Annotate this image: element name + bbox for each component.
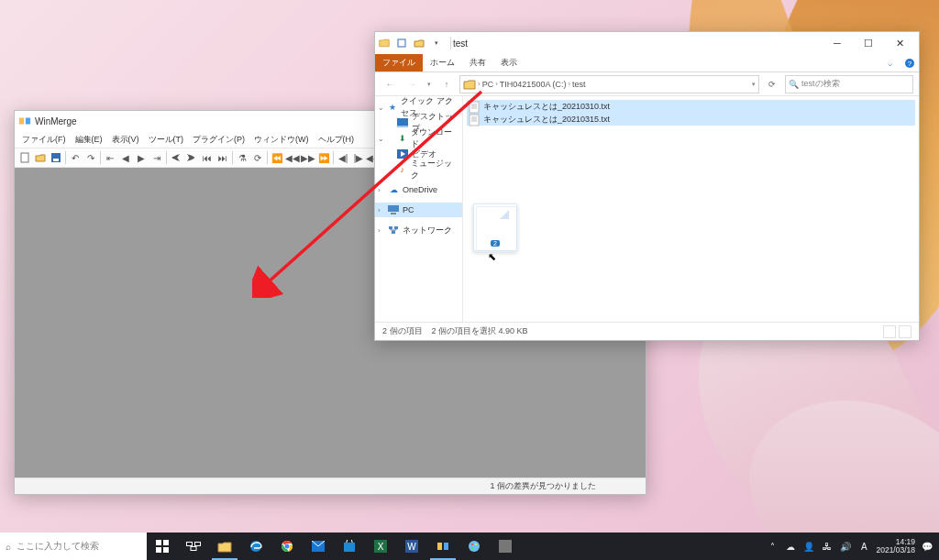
explorer-window[interactable]: ▾ test ─ ☐ ✕ ファイル ホーム 共有 表示 ⌵ ? ← → ▾ ↑ … — [374, 31, 920, 341]
sidebar-item-downloads[interactable]: ⌄ ⬇ ダウンロード — [375, 131, 462, 146]
help-icon[interactable]: ? — [900, 54, 919, 71]
file-row[interactable]: キャッシュレスとは_20210310.txt — [467, 100, 915, 113]
crumb-drive[interactable]: TIH0421500A (C:) — [500, 80, 567, 89]
toolbar-refresh-icon[interactable]: ⟳ — [250, 150, 265, 165]
taskbar-app-paint[interactable] — [458, 533, 490, 560]
toolbar-open-icon[interactable] — [33, 150, 48, 165]
tray-people-icon[interactable]: 👤 — [802, 540, 815, 553]
menu-view[interactable]: 表示(V) — [108, 134, 143, 146]
expand-icon[interactable]: › — [378, 226, 381, 235]
crumb-pc[interactable]: PC — [482, 80, 494, 89]
toolbar-first-icon[interactable]: ⏪ — [270, 150, 284, 165]
crumb-dropdown-icon[interactable]: ▾ — [752, 81, 756, 88]
taskbar-app-winmerge[interactable] — [427, 533, 458, 560]
taskbar-app-explorer[interactable] — [209, 533, 240, 560]
tray-volume-icon[interactable]: 🔊 — [839, 540, 852, 553]
tray-clock[interactable]: 14:19 2021/03/18 — [876, 538, 915, 555]
view-details-button[interactable] — [883, 325, 896, 338]
taskbar-app-mail[interactable] — [303, 533, 334, 560]
crumb-separator-icon[interactable]: › — [495, 80, 498, 88]
taskbar-app-generic[interactable] — [490, 533, 521, 560]
menu-help[interactable]: ヘルプ(H) — [315, 134, 359, 146]
crumb-folder[interactable]: test — [572, 80, 586, 89]
nav-recent-dropdown[interactable]: ▾ — [425, 75, 434, 93]
expand-icon[interactable]: ⌄ — [378, 104, 384, 112]
close-button[interactable]: ✕ — [884, 33, 915, 53]
task-view-button[interactable] — [178, 533, 209, 560]
maximize-button[interactable]: ☐ — [853, 33, 884, 53]
expand-icon[interactable]: › — [378, 206, 381, 214]
qat-new-folder-icon[interactable] — [414, 38, 425, 49]
toolbar-last-icon[interactable]: ⏩ — [316, 150, 331, 165]
explorer-titlebar[interactable]: ▾ test ─ ☐ ✕ — [375, 32, 919, 54]
toolbar-next-icon[interactable]: ▶▶ — [301, 150, 315, 165]
tray-network-icon[interactable]: 🖧 — [821, 540, 834, 553]
taskbar-app-word[interactable]: W — [396, 533, 427, 560]
sidebar-item-music[interactable]: ♪ ミュージック — [375, 162, 462, 177]
menu-file[interactable]: ファイル(F) — [18, 134, 70, 146]
ribbon-tab-view[interactable]: 表示 — [493, 54, 525, 71]
taskbar-app-chrome[interactable] — [271, 533, 303, 560]
crumb-separator-icon[interactable]: › — [478, 80, 481, 88]
toolbar-prev-icon[interactable]: ◀◀ — [285, 150, 300, 165]
toolbar-copy-right-icon[interactable]: ⮞ — [184, 150, 199, 165]
file-row[interactable]: キャッシュレスとは_20210315.txt — [467, 113, 915, 126]
taskbar[interactable]: ⌕ ここに入力して検索 X W ˄ ☁ 👤 🖧 🔊 A 14:19 2021/0… — [0, 533, 939, 560]
view-icons-button[interactable] — [899, 325, 911, 338]
toolbar-save-icon[interactable] — [49, 150, 63, 165]
sidebar-item-network[interactable]: › ネットワーク — [375, 223, 462, 237]
ribbon-toggle-icon[interactable]: ⌵ — [878, 54, 900, 71]
menu-tools[interactable]: ツール(T) — [145, 134, 188, 146]
toolbar-copy-left-all-icon[interactable]: ⏮ — [200, 150, 215, 165]
tray-chevron-icon[interactable]: ˄ — [766, 540, 779, 553]
toolbar-redo-icon[interactable]: ↷ — [83, 150, 98, 165]
toolbar-new-icon[interactable] — [17, 150, 32, 165]
crumb-separator-icon[interactable]: › — [568, 80, 570, 88]
menu-window[interactable]: ウィンドウ(W) — [250, 134, 313, 146]
explorer-address-bar[interactable]: ← → ▾ ↑ › PC › TIH0421500A (C:) › test ▾… — [375, 72, 919, 96]
toolbar-merge-left-icon[interactable]: ◀| — [336, 150, 350, 165]
explorer-file-list[interactable]: キャッシュレスとは_20210310.txt キャッシュレスとは_2021031… — [463, 96, 919, 322]
sidebar-item-pc[interactable]: › PC — [375, 203, 462, 217]
toolbar-diff-next-icon[interactable]: ▶ — [134, 150, 149, 165]
expand-icon[interactable]: ⌄ — [378, 135, 384, 143]
expand-icon[interactable]: › — [378, 186, 381, 194]
system-tray[interactable]: ˄ ☁ 👤 🖧 🔊 A 14:19 2021/03/18 💬 — [760, 533, 939, 560]
explorer-ribbon-tabs[interactable]: ファイル ホーム 共有 表示 ⌵ ? — [375, 54, 919, 72]
toolbar-merge-right-icon[interactable]: |▶ — [351, 150, 366, 165]
qat-dropdown-icon[interactable]: ▾ — [431, 38, 442, 49]
toolbar-filter-icon[interactable]: ⚗ — [235, 150, 249, 165]
taskbar-app-edge[interactable] — [240, 533, 271, 560]
start-button[interactable] — [147, 533, 178, 560]
network-icon — [388, 225, 399, 236]
tray-ime-indicator[interactable]: A — [857, 540, 870, 553]
toolbar-diff-last-icon[interactable]: ⇥ — [149, 150, 164, 165]
toolbar-copy-right-all-icon[interactable]: ⏭ — [215, 150, 230, 165]
explorer-search-box[interactable]: 🔍 testの検索 — [785, 75, 913, 93]
tray-notification-icon[interactable]: 💬 — [921, 540, 933, 553]
ribbon-tab-file[interactable]: ファイル — [375, 54, 423, 71]
toolbar-diff-first-icon[interactable]: ⇤ — [103, 150, 117, 165]
taskbar-app-store[interactable] — [334, 533, 365, 560]
toolbar-copy-left-icon[interactable]: ⮜ — [169, 150, 183, 165]
sidebar-item-onedrive[interactable]: › ☁ OneDrive — [375, 182, 462, 197]
nav-forward-button[interactable]: → — [403, 75, 421, 93]
qat-properties-icon[interactable] — [396, 38, 407, 49]
tray-onedrive-icon[interactable]: ☁ — [784, 540, 797, 553]
svg-rect-4 — [53, 159, 59, 161]
toolbar-undo-icon[interactable]: ↶ — [68, 150, 83, 165]
taskbar-app-excel[interactable]: X — [365, 533, 396, 560]
taskbar-search-box[interactable]: ⌕ ここに入力して検索 — [0, 533, 147, 560]
toolbar-diff-prev-icon[interactable]: ◀ — [118, 150, 133, 165]
svg-rect-37 — [344, 543, 355, 552]
explorer-sidebar[interactable]: ⌄ ★ クイック アクセス デスクトップ ⌄ ⬇ ダウンロード ビデオ ♪ ミュ… — [375, 96, 463, 322]
ribbon-tab-home[interactable]: ホーム — [423, 54, 462, 71]
refresh-button[interactable]: ⟳ — [763, 75, 781, 93]
minimize-button[interactable]: ─ — [822, 33, 853, 53]
menu-plugin[interactable]: プラグイン(P) — [189, 134, 249, 146]
menu-edit[interactable]: 編集(E) — [72, 134, 106, 146]
ribbon-tab-share[interactable]: 共有 — [462, 54, 493, 71]
nav-back-button[interactable]: ← — [381, 75, 399, 93]
nav-up-button[interactable]: ↑ — [437, 75, 456, 93]
address-crumbs[interactable]: › PC › TIH0421500A (C:) › test ▾ — [459, 75, 759, 93]
